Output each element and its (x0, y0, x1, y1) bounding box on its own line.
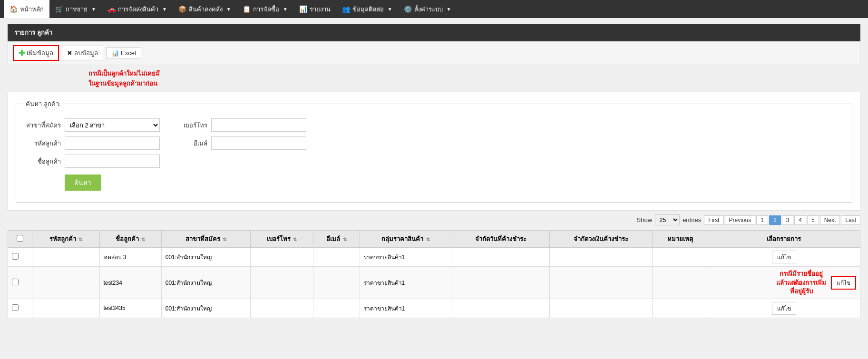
row-action-cell: แก้ไข (708, 248, 860, 267)
row-checkbox-2[interactable] (12, 279, 19, 285)
inventory-dropdown-arrow: ▼ (226, 7, 231, 12)
row-branch-cell: 001:สำนักงานใหญ่ (161, 267, 251, 299)
table-row: ทดสอบ 3 001:สำนักงานใหญ่ ราคาขายสินค้า1 … (8, 248, 860, 267)
customer-code-input[interactable] (65, 136, 160, 150)
page-5-button[interactable]: 5 (807, 215, 819, 225)
add-button[interactable]: ✚ เพิ่มข้อมูล (13, 45, 59, 61)
plus-icon: ✚ (19, 49, 25, 58)
annotation-text: กรณีมีรายชื่ออยู่แล้วแต่ต้องการเพิ่มที่อ… (776, 270, 826, 296)
sort-phone-icon[interactable]: ⇅ (293, 237, 297, 242)
customer-name-field: ชื่อลูกค้า (23, 155, 160, 168)
edit-button-3[interactable]: แก้ไข (772, 302, 796, 315)
entries-select[interactable]: 25 10 50 100 (655, 214, 680, 225)
last-page-button[interactable]: Last (841, 215, 860, 225)
cart-icon: 🛒 (55, 5, 63, 13)
row-price-group-cell: ราคาขายสินค้า1 (360, 299, 452, 318)
row-email-cell (313, 267, 360, 299)
pagination: First Previous 1 2 3 4 5 Next Last (704, 215, 860, 225)
next-page-button[interactable]: Next (820, 215, 840, 225)
customer-name-input[interactable] (65, 155, 160, 168)
row-name-cell: test3435 (99, 299, 161, 318)
branch-field: สาขาที่สมัคร เลือก 2 สาขา (23, 118, 160, 132)
row-action-cell: แก้ไข (708, 299, 860, 318)
page-4-button[interactable]: 4 (794, 215, 806, 225)
table-header-row: รหัสลูกค้า ⇅ ชื่อลูกค้า ⇅ สาขาที่สมัคร ⇅… (8, 231, 860, 248)
row-code-cell (32, 299, 99, 318)
search-panel: ค้นหา ลูกค้า: สาขาที่สมัคร เลือก 2 สาขา … (8, 92, 860, 211)
edit-button-2-highlighted[interactable]: แก้ไข (831, 276, 856, 290)
header-phone: เบอร์โทร ⇅ (251, 231, 313, 248)
search-row-2: รหัสลูกค้า อีเมล์ (23, 136, 845, 150)
first-page-button[interactable]: First (704, 215, 723, 225)
sort-name-icon[interactable]: ⇅ (141, 237, 145, 242)
branch-select[interactable]: เลือก 2 สาขา (65, 118, 160, 132)
page-3-button[interactable]: 3 (782, 215, 794, 225)
customer-code-field: รหัสลูกค้า (23, 136, 160, 150)
row-code-cell (32, 267, 99, 299)
header-price-group: กลุ่มราคาสินค้า ⇅ (360, 231, 452, 248)
nav-sales[interactable]: 🛒 การขาย ▼ (49, 0, 102, 18)
row-email-cell (313, 299, 360, 318)
annotation-container: กรณีมีรายชื่ออยู่แล้วแต่ต้องการเพิ่มที่อ… (712, 270, 856, 296)
nav-settings[interactable]: ⚙️ ตั้งค่าระบบ ▼ (398, 0, 457, 18)
search-button[interactable]: ค้นหา (65, 175, 101, 191)
row-branch-cell: 001:สำนักงานใหญ่ (161, 248, 251, 267)
nav-home[interactable]: 🏠 หน้าหลัก (4, 0, 49, 18)
row-credit-limit-cell (549, 299, 653, 318)
select-all-checkbox[interactable] (17, 235, 23, 242)
email-field: อีเมล์ (169, 136, 306, 150)
delivery-icon: 🚗 (107, 5, 116, 13)
header-code: รหัสลูกค้า ⇅ (32, 231, 99, 248)
phone-input[interactable] (211, 118, 306, 132)
sort-code-icon[interactable]: ⇅ (78, 237, 82, 242)
nav-inventory[interactable]: 📦 สินค้าคงคลัง ▼ (173, 0, 237, 18)
header-note: หมายเหตุ (653, 231, 708, 248)
header-email: อีเมล์ ⇅ (313, 231, 360, 248)
table-area: รหัสลูกค้า ⇅ ชื่อลูกค้า ⇅ สาขาที่สมัคร ⇅… (8, 230, 860, 318)
contact-dropdown-arrow: ▼ (388, 7, 392, 12)
nav-purchase[interactable]: 📋 การจัดซื้อ ▼ (237, 0, 293, 18)
row-credit-limit-cell (549, 248, 653, 267)
row-phone-cell (251, 267, 313, 299)
row-checkbox-cell (8, 267, 32, 299)
table-row: test3435 001:สำนักงานใหญ่ ราคาขายสินค้า1… (8, 299, 860, 318)
row-code-cell (32, 248, 99, 267)
nav-delivery[interactable]: 🚗 การจัดส่งสินค้า ▼ (102, 0, 173, 18)
header-checkbox (8, 231, 32, 248)
header-action: เลือกรายการ (708, 231, 860, 248)
home-icon: 🏠 (10, 5, 18, 13)
contact-icon: 👥 (342, 5, 350, 13)
row-checkbox-cell (8, 299, 32, 318)
row-checkbox-3[interactable] (12, 304, 19, 311)
row-phone-cell (251, 248, 313, 267)
row-price-group-cell: ราคาขายสินค้า1 (360, 267, 452, 299)
email-input[interactable] (211, 136, 306, 150)
row-checkbox-1[interactable] (12, 253, 19, 260)
page-2-button[interactable]: 2 (769, 215, 781, 225)
toolbar: ✚ เพิ่มข้อมูล ✖ ลบข้อมูล 📊 Excel (8, 41, 860, 65)
previous-page-button[interactable]: Previous (725, 215, 756, 225)
search-legend: ค้นหา ลูกค้า: (23, 99, 63, 109)
delivery-dropdown-arrow: ▼ (162, 7, 167, 12)
customer-code-label: รหัสลูกค้า (23, 138, 61, 148)
table-controls: Show 25 10 50 100 entries First Previous… (8, 214, 860, 225)
entries-label: entries (683, 216, 701, 223)
sort-price-group-icon[interactable]: ⇅ (426, 237, 430, 242)
branch-label: สาขาที่สมัคร (23, 120, 61, 130)
delete-icon: ✖ (67, 49, 72, 57)
nav-contact[interactable]: 👥 ข้อมูลติดต่อ ▼ (336, 0, 398, 18)
delete-button[interactable]: ✖ ลบข้อมูล (62, 46, 103, 60)
search-button-row: ค้นหา (65, 173, 845, 191)
customer-table: รหัสลูกค้า ⇅ ชื่อลูกค้า ⇅ สาขาที่สมัคร ⇅… (8, 230, 860, 318)
sort-branch-icon[interactable]: ⇅ (223, 237, 226, 242)
page-1-button[interactable]: 1 (756, 215, 768, 225)
search-row-3: ชื่อลูกค้า (23, 155, 845, 168)
nav-report[interactable]: 📊 รายงาน (293, 0, 336, 18)
sales-dropdown-arrow: ▼ (91, 7, 96, 12)
header-name: ชื่อลูกค้า ⇅ (99, 231, 161, 248)
edit-button-1[interactable]: แก้ไข (772, 251, 796, 263)
excel-button[interactable]: 📊 Excel (106, 47, 141, 59)
header-branch: สาขาที่สมัคร ⇅ (161, 231, 251, 248)
purchase-icon: 📋 (243, 5, 251, 13)
sort-email-icon[interactable]: ⇅ (343, 237, 347, 242)
